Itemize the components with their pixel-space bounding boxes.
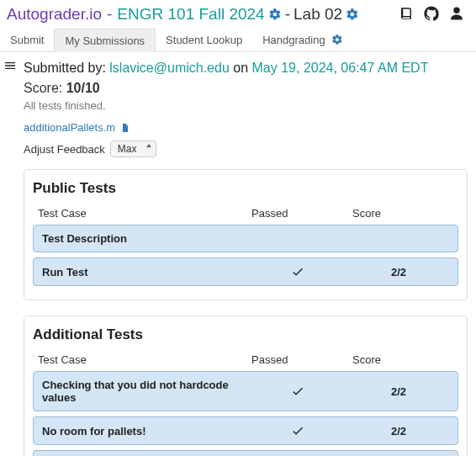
- test-name: Test Description: [42, 232, 247, 245]
- file-name: additionalPallets.m: [24, 121, 115, 134]
- score-value: 10/10: [66, 81, 100, 95]
- on-label: on: [233, 61, 251, 75]
- user-icon: [449, 6, 464, 21]
- github-icon: [424, 6, 439, 21]
- tab-submit[interactable]: Submit: [0, 29, 54, 51]
- sidebar-toggle[interactable]: [3, 61, 17, 75]
- submitted-by-line: Submitted by: lslavice@umich.edu on May …: [24, 61, 468, 76]
- check-icon: [291, 424, 304, 437]
- test-row[interactable]: All pallets are 1 unit high2/2: [33, 450, 458, 456]
- feedback-select[interactable]: Max: [110, 141, 156, 157]
- tab-handgrading[interactable]: Handgrading: [252, 29, 353, 51]
- test-passed: [247, 265, 348, 278]
- docs-button[interactable]: [399, 6, 414, 24]
- test-name: Run Test: [42, 266, 247, 278]
- submitted-file-link[interactable]: additionalPallets.m: [24, 121, 130, 134]
- test-table-head: Test CasePassedScore: [33, 350, 458, 371]
- test-score: 2/2: [348, 425, 449, 437]
- score-line: Score: 10/10: [24, 81, 468, 96]
- test-section: Additional TestsTest CasePassedScoreChec…: [24, 315, 468, 456]
- col-score: Score: [352, 207, 453, 220]
- section-title: Additional Tests: [33, 326, 458, 343]
- feedback-select-wrap[interactable]: Max: [110, 141, 156, 157]
- gear-icon: [268, 8, 282, 21]
- section-title: Public Tests: [33, 180, 458, 197]
- test-row[interactable]: Test Description: [33, 225, 458, 252]
- feedback-label: Adjust Feedback: [24, 143, 105, 156]
- nav-tabs: Submit My Submissions Student Lookup Han…: [0, 29, 476, 52]
- file-icon: [120, 122, 130, 134]
- test-section: Public TestsTest CasePassedScoreTest Des…: [24, 169, 468, 300]
- breadcrumb: Autograder.io - ENGR 101 Fall 2024 - Lab…: [7, 5, 399, 24]
- check-icon: [291, 265, 304, 278]
- course-link[interactable]: ENGR 101 Fall 2024: [117, 5, 264, 24]
- breadcrumb-separator: -: [107, 5, 112, 24]
- col-score: Score: [352, 353, 453, 366]
- gear-icon: [346, 8, 359, 21]
- test-score: 2/2: [348, 266, 449, 278]
- col-passed: Passed: [251, 207, 352, 220]
- tab-my-submissions[interactable]: My Submissions: [54, 29, 156, 52]
- status-text: All tests finished.: [24, 99, 468, 112]
- lab-title: Lab 02: [294, 5, 342, 24]
- header-actions: [399, 6, 469, 24]
- test-name: No room for pallets!: [42, 425, 247, 437]
- col-passed: Passed: [251, 353, 352, 366]
- lab-settings-gear[interactable]: [346, 5, 359, 24]
- test-row[interactable]: Checking that you did not hardcode value…: [33, 371, 458, 411]
- github-button[interactable]: [424, 6, 439, 24]
- brand-link[interactable]: Autograder.io: [7, 5, 102, 24]
- test-row[interactable]: No room for pallets!2/2: [33, 416, 458, 445]
- tab-student-lookup[interactable]: Student Lookup: [156, 29, 252, 51]
- check-icon: [291, 384, 304, 398]
- submission-timestamp[interactable]: May 19, 2024, 06:47 AM EDT: [252, 61, 429, 75]
- test-passed: [247, 424, 348, 437]
- breadcrumb-separator: -: [285, 5, 290, 24]
- feedback-row: Adjust Feedback Max: [24, 141, 468, 157]
- app-header: Autograder.io - ENGR 101 Fall 2024 - Lab…: [0, 0, 476, 29]
- score-label: Score:: [24, 81, 66, 95]
- book-icon: [399, 6, 414, 21]
- test-row[interactable]: Run Test2/2: [33, 257, 458, 286]
- col-test-case: Test Case: [38, 207, 251, 220]
- course-settings-gear[interactable]: [268, 5, 282, 24]
- gear-icon: [331, 34, 343, 45]
- submitted-by-label: Submitted by:: [24, 61, 109, 75]
- test-score: 2/2: [348, 385, 449, 398]
- tab-handgrading-label: Handgrading: [262, 34, 325, 46]
- account-button[interactable]: [449, 6, 464, 24]
- menu-icon: [3, 59, 17, 72]
- test-name: Checking that you did not hardcode value…: [42, 379, 247, 404]
- test-table-head: Test CasePassedScore: [33, 204, 458, 225]
- col-test-case: Test Case: [38, 353, 251, 366]
- test-passed: [247, 384, 348, 398]
- submitter-link[interactable]: lslavice@umich.edu: [109, 61, 230, 75]
- submission-panel: Submitted by: lslavice@umich.edu on May …: [20, 52, 476, 456]
